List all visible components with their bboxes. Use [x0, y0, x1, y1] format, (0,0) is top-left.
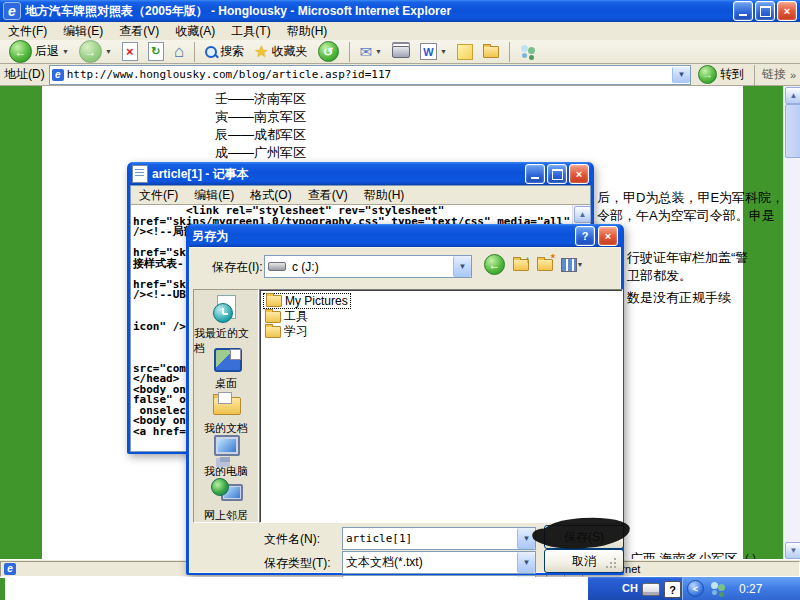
stop-button[interactable]: × [119, 42, 141, 61]
notepad-titlebar[interactable]: article[1] - 记事本 × [130, 162, 591, 185]
search-button[interactable]: 搜索 [202, 43, 247, 60]
folder-icon [265, 311, 281, 323]
page-scrollbar[interactable]: ▲ ▼ [783, 86, 800, 559]
links-label[interactable]: 链接 [762, 66, 786, 83]
address-dropdown-icon[interactable]: ▼ [672, 67, 690, 83]
scroll-up-icon[interactable]: ▲ [574, 206, 591, 223]
place-my-documents[interactable]: 我的文档 [194, 389, 258, 436]
close-icon[interactable]: × [598, 226, 618, 246]
menu-tools[interactable]: 工具(T) [223, 21, 278, 42]
ime-help-icon[interactable]: ? [664, 581, 681, 598]
browser-titlebar: e 地方汽车牌照对照表（2005年版） - Honglousky - Micro… [0, 0, 800, 22]
menu-format[interactable]: 格式(O) [242, 185, 299, 206]
back-icon: ← [9, 40, 32, 63]
page-left-green-column [0, 86, 42, 559]
back-button[interactable]: ← 后退 ▼ [6, 40, 72, 63]
page-text-fragment: 行驶证年审栏加盖“警 [627, 249, 748, 267]
place-desktop[interactable]: 桌面 [194, 344, 258, 391]
edit-button[interactable]: W ▼ [417, 43, 450, 60]
internet-explorer-icon: e [3, 2, 21, 20]
back-icon: ← [484, 254, 505, 275]
menu-view[interactable]: 查看(V) [111, 21, 167, 42]
keyboard-icon[interactable] [642, 583, 660, 596]
views-button[interactable]: ▼ [558, 254, 586, 275]
print-button[interactable] [389, 46, 413, 58]
forward-icon: → [79, 40, 102, 63]
save-as-dialog: 另存为 ? × 保存在(I): c (J:) ▼ ← ↑ * [186, 224, 624, 575]
maximize-button[interactable] [755, 1, 775, 21]
menu-edit[interactable]: 编辑(E) [186, 185, 242, 206]
chevron-down-icon[interactable]: ▼ [517, 552, 535, 573]
page-text-fragment: 后，甲D为总装，甲E为军科院， [597, 189, 784, 207]
back-dropdown-icon[interactable]: ▼ [62, 48, 69, 55]
forward-button[interactable]: → ▼ [76, 40, 115, 63]
desktop: e 地方汽车牌照对照表（2005年版） - Honglousky - Micro… [0, 0, 800, 600]
minimize-button[interactable] [525, 164, 545, 184]
folder-icon [266, 295, 282, 307]
menu-file[interactable]: 文件(F) [0, 21, 55, 42]
desktop-green-sliver [0, 578, 5, 600]
scroll-down-icon[interactable]: ▼ [785, 542, 800, 559]
go-button[interactable]: → 转到 [695, 65, 747, 84]
menu-help[interactable]: 帮助(H) [279, 21, 336, 42]
place-network[interactable]: 网上邻居 [194, 476, 258, 523]
save-in-select[interactable]: c (J:) ▼ [264, 255, 472, 278]
file-name-input[interactable]: article[1] ▼ [342, 527, 536, 550]
taskbar: CH ? < 0:27 [588, 577, 800, 600]
home-button[interactable]: ⌂ [171, 42, 187, 62]
links-chevron-icon[interactable]: » [790, 69, 796, 81]
ime-indicator[interactable]: CH [622, 582, 638, 594]
browser-addressbar: 地址(D) e http://www.honglousky.com/blog/a… [0, 64, 800, 86]
page-text-line: 辰——成都军区 [215, 126, 306, 144]
new-folder-button[interactable]: * [534, 254, 555, 275]
back-button[interactable]: ← [484, 254, 505, 275]
menu-view[interactable]: 查看(V) [300, 185, 356, 206]
messenger-button[interactable] [517, 44, 540, 59]
address-input[interactable]: e http://www.honglousky.com/blog/article… [49, 65, 691, 85]
forward-dropdown-icon: ▼ [105, 48, 112, 55]
menu-edit[interactable]: 编辑(E) [55, 21, 111, 42]
browser-window-title: 地方汽车牌照对照表（2005年版） - Honglousky - Microso… [25, 3, 733, 20]
star-icon: ★ [254, 42, 268, 61]
up-one-level-button[interactable]: ↑ [510, 254, 531, 275]
save-in-label: 保存在(I): [212, 259, 263, 276]
mail-button[interactable]: ✉ ▼ [357, 43, 386, 61]
file-item-my-pictures[interactable]: My Pictures [263, 293, 351, 309]
chevron-down-icon[interactable]: ▼ [453, 256, 471, 277]
system-tray: < 0:27 [682, 577, 800, 600]
maximize-button[interactable] [547, 164, 567, 184]
messenger-tray-icon[interactable] [710, 581, 727, 596]
discuss-button[interactable] [454, 44, 476, 60]
folder-icon [265, 326, 281, 338]
history-button[interactable]: ↺ [315, 41, 342, 62]
scrollbar-thumb[interactable] [785, 104, 800, 158]
resize-grip[interactable] [605, 557, 617, 569]
close-icon[interactable]: × [569, 164, 589, 184]
refresh-button[interactable]: ↻ [145, 42, 167, 61]
chevron-down-icon: ▼ [577, 261, 584, 268]
folder-search-icon [483, 46, 499, 58]
folder-search-button[interactable] [480, 46, 502, 58]
hide-icons-icon[interactable]: < [687, 580, 704, 597]
toolbar-separator [754, 65, 755, 85]
file-type-select[interactable]: 文本文档(*.txt) ▼ [342, 551, 536, 574]
dialog-titlebar[interactable]: 另存为 ? × [189, 224, 621, 247]
my-computer-icon [211, 432, 241, 462]
favorites-button[interactable]: ★ 收藏夹 [251, 42, 310, 61]
scroll-up-icon[interactable]: ▲ [785, 87, 800, 104]
home-icon: ⌂ [174, 42, 184, 62]
file-list[interactable]: My Pictures 工具 学习 [259, 289, 623, 523]
place-my-computer[interactable]: 我的电脑 [194, 432, 258, 479]
recent-documents-icon [211, 294, 241, 324]
address-url[interactable]: http://www.honglousky.com/blog/article.a… [67, 68, 669, 81]
refresh-icon: ↻ [148, 42, 164, 61]
menu-favorites[interactable]: 收藏(A) [167, 21, 223, 42]
help-icon[interactable]: ? [575, 226, 595, 246]
stop-icon: × [122, 42, 138, 61]
file-item-study[interactable]: 学习 [263, 323, 310, 340]
menu-help[interactable]: 帮助(H) [356, 185, 413, 206]
close-icon[interactable]: × [777, 1, 797, 21]
taskbar-clock[interactable]: 0:27 [739, 582, 762, 596]
minimize-button[interactable] [733, 1, 753, 21]
menu-file[interactable]: 文件(F) [131, 185, 186, 206]
